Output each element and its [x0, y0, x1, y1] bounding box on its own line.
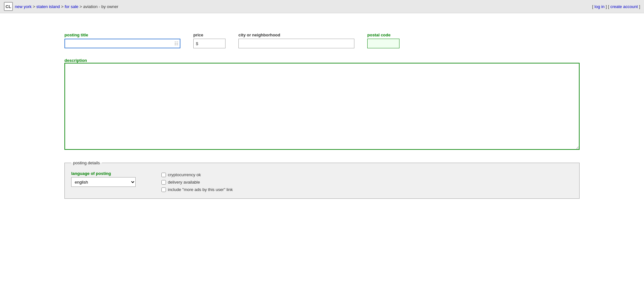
description-textarea[interactable] — [64, 63, 580, 150]
posting-details-fieldset: posting details language of posting engl… — [64, 160, 580, 199]
breadcrumb-current: aviation - by owner — [83, 4, 118, 9]
price-input-wrapper: $ — [193, 39, 226, 48]
page-header: CL new york > staten island > for sale >… — [0, 0, 644, 13]
posting-details-inner: language of posting english español fran… — [71, 171, 573, 192]
breadcrumb-new-york[interactable]: new york — [15, 4, 32, 9]
posting-title-wrapper: ☷ — [64, 39, 180, 48]
breadcrumb: new york > staten island > for sale > av… — [15, 4, 118, 9]
posting-title-input[interactable] — [64, 39, 180, 48]
city-input[interactable] — [238, 39, 354, 48]
postal-code-input[interactable] — [367, 39, 399, 48]
city-label: city or neighborhood — [238, 33, 354, 37]
description-label: description — [64, 58, 87, 63]
header-auth: [ log in ] [ create account ] — [592, 4, 640, 9]
more-ads-link-checkbox[interactable] — [161, 187, 166, 192]
breadcrumb-staten-island[interactable]: staten island — [36, 4, 60, 9]
checkboxes-group: cryptocurrency ok delivery available inc… — [161, 172, 233, 192]
main-content: posting title ☷ price $ city or neighbor… — [0, 13, 644, 297]
login-link[interactable]: log in — [594, 4, 604, 9]
create-account-link[interactable]: create account — [610, 4, 638, 9]
posting-title-label: posting title — [64, 33, 180, 37]
checkbox-item-more-ads: include "more ads by this user" link — [161, 187, 233, 192]
header-left: CL new york > staten island > for sale >… — [4, 2, 118, 11]
crypto-ok-label: cryptocurrency ok — [168, 172, 201, 177]
checkbox-item-delivery: delivery available — [161, 180, 233, 185]
delivery-available-checkbox[interactable] — [161, 180, 166, 185]
more-ads-link-label: include "more ads by this user" link — [168, 187, 233, 192]
postal-code-group: postal code — [367, 33, 399, 48]
delivery-available-label: delivery available — [168, 180, 200, 185]
description-section: description — [64, 58, 580, 151]
posting-title-group: posting title ☷ — [64, 33, 180, 48]
posting-details-legend: posting details — [71, 160, 102, 165]
price-label: price — [193, 33, 226, 37]
checkbox-item-crypto: cryptocurrency ok — [161, 172, 233, 177]
language-group: language of posting english español fran… — [71, 171, 136, 187]
price-prefix: $ — [196, 41, 198, 46]
language-select[interactable]: english español français deutsch 中文 日本語 … — [71, 177, 136, 187]
postal-code-label: postal code — [367, 33, 399, 37]
form-top-row: posting title ☷ price $ city or neighbor… — [64, 33, 580, 48]
city-group: city or neighborhood — [238, 33, 354, 48]
price-group: price $ — [193, 33, 226, 48]
breadcrumb-for-sale[interactable]: for sale — [65, 4, 79, 9]
crypto-ok-checkbox[interactable] — [161, 173, 166, 177]
cl-logo: CL — [4, 2, 13, 11]
language-label: language of posting — [71, 171, 136, 176]
